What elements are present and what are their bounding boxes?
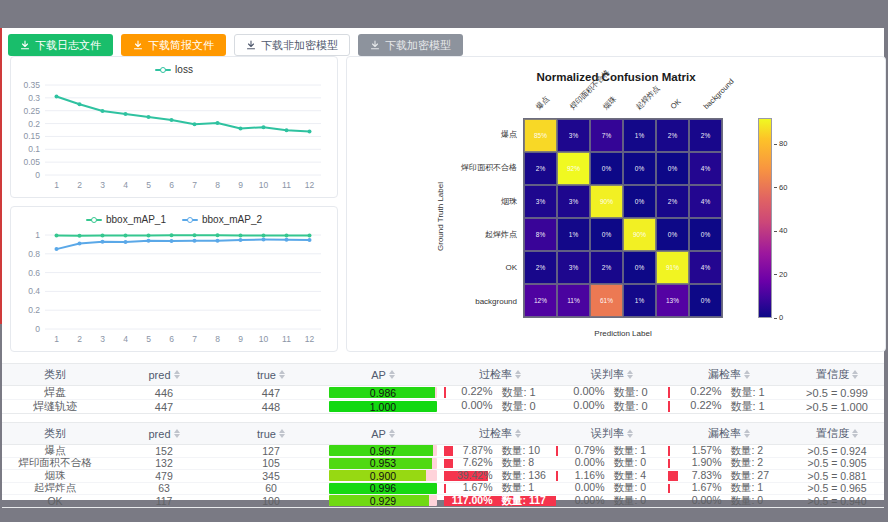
matrix-col-label: 起焊炸点 bbox=[634, 84, 662, 112]
column-header-误判率[interactable]: 误判率 bbox=[556, 364, 668, 385]
column-header-置信度[interactable]: 置信度 bbox=[790, 364, 884, 385]
confusion-matrix-cell: 12% bbox=[524, 284, 557, 317]
download-plain-model-button[interactable]: 下载非加密模型 bbox=[234, 34, 350, 56]
toolbar: 下载日志文件下载简报文件下载非加密模型下载加密模型 bbox=[8, 34, 463, 56]
confidence-cell: >0.5 = 0.905 bbox=[790, 458, 884, 470]
sort-icon[interactable] bbox=[389, 429, 395, 438]
column-header-label: AP bbox=[371, 428, 386, 440]
svg-text:6: 6 bbox=[169, 334, 174, 344]
sort-desc-icon bbox=[389, 375, 395, 379]
colorbar-tick: 20 bbox=[774, 270, 787, 279]
column-header-AP[interactable]: AP bbox=[322, 423, 444, 444]
svg-text:11: 11 bbox=[282, 334, 291, 344]
column-header-误判率[interactable]: 误判率 bbox=[556, 423, 668, 444]
rate-bar bbox=[668, 484, 670, 494]
sort-icon[interactable] bbox=[515, 429, 521, 438]
sort-icon[interactable] bbox=[852, 429, 858, 438]
column-header-pred[interactable]: pred bbox=[108, 423, 220, 444]
sort-icon[interactable] bbox=[174, 370, 180, 379]
matrix-row-label: 烟珠 bbox=[402, 185, 517, 218]
svg-text:12: 12 bbox=[305, 180, 315, 190]
download-encrypted-model-button[interactable]: 下载加密模型 bbox=[358, 34, 463, 56]
column-header-过检率[interactable]: 过检率 bbox=[444, 364, 556, 385]
sort-icon[interactable] bbox=[744, 370, 750, 379]
download-report-button[interactable]: 下载简报文件 bbox=[121, 34, 226, 56]
sort-asc-icon bbox=[852, 370, 858, 374]
rate-percent: 0.00% bbox=[556, 458, 605, 470]
table-row: OK1171000.929117.00%数量: 1170.00%数量: 00.0… bbox=[2, 495, 884, 507]
table-row: 焊缝轨迹4474481.0000.00%数量: 00.00%数量: 00.22%… bbox=[2, 400, 884, 413]
svg-text:0.3: 0.3 bbox=[28, 93, 40, 103]
misjudge-cell: 0.00%数量: 0 bbox=[556, 458, 668, 470]
column-header-漏检率[interactable]: 漏检率 bbox=[668, 423, 790, 444]
sort-desc-icon bbox=[744, 434, 750, 438]
sort-icon[interactable] bbox=[744, 429, 750, 438]
over-detection-cell: 39.42%数量: 136 bbox=[444, 470, 556, 482]
over-detection-cell: 117.00%数量: 117 bbox=[444, 495, 556, 507]
rate-percent: 1.67% bbox=[444, 483, 493, 495]
ap-cell: 0.996 bbox=[322, 483, 444, 495]
rate-count: 数量: 2 bbox=[731, 445, 787, 457]
pred-cell: 447 bbox=[108, 400, 220, 413]
rate-text: 0.00%数量: 0 bbox=[556, 458, 668, 470]
svg-text:9: 9 bbox=[238, 180, 243, 190]
column-header-AP[interactable]: AP bbox=[322, 364, 444, 385]
download-icon bbox=[20, 40, 30, 50]
class-name-cell: 焊印面积不合格 bbox=[2, 458, 108, 470]
legend-item-bbox_mAP_1[interactable]: bbox_mAP_1 bbox=[86, 214, 166, 225]
sort-asc-icon bbox=[744, 370, 750, 374]
sort-icon[interactable] bbox=[279, 429, 285, 438]
matrix-col-label: 烟珠 bbox=[601, 94, 619, 112]
confusion-matrix-cell: 2% bbox=[689, 119, 722, 152]
true-cell: 345 bbox=[220, 470, 322, 482]
column-header-true[interactable]: true bbox=[220, 423, 322, 444]
legend-item-loss[interactable]: loss bbox=[155, 64, 193, 75]
class-name-cell: 焊缝轨迹 bbox=[2, 400, 108, 413]
sort-desc-icon bbox=[627, 434, 633, 438]
sort-icon[interactable] bbox=[627, 429, 633, 438]
button-label: 下载简报文件 bbox=[148, 34, 214, 56]
content-area: 下载日志文件下载简报文件下载非加密模型下载加密模型 loss00.050.10.… bbox=[2, 28, 884, 500]
svg-text:7: 7 bbox=[192, 334, 197, 344]
metrics-table: 类别predtrueAP过检率误判率漏检率置信度爆点1521270.9677.8… bbox=[2, 422, 884, 508]
ap-bar: 0.996 bbox=[329, 483, 437, 494]
rate-count: 数量: 2 bbox=[731, 458, 787, 470]
column-header-label: 过检率 bbox=[479, 367, 512, 382]
sort-desc-icon bbox=[627, 375, 633, 379]
column-header-pred[interactable]: pred bbox=[108, 364, 220, 385]
svg-text:7: 7 bbox=[192, 180, 197, 190]
legend-label: bbox_mAP_2 bbox=[202, 214, 262, 225]
sort-icon[interactable] bbox=[279, 370, 285, 379]
sort-icon[interactable] bbox=[515, 370, 521, 379]
misjudge-cell: 0.00%数量: 0 bbox=[556, 483, 668, 495]
class-name-cell: 烟珠 bbox=[2, 470, 108, 482]
sort-icon[interactable] bbox=[389, 370, 395, 379]
missed-detection-cell: 0.22%数量: 1 bbox=[668, 386, 790, 399]
rate-count: 数量: 27 bbox=[731, 470, 787, 482]
colorbar-tick: 40 bbox=[774, 226, 787, 235]
column-header-过检率[interactable]: 过检率 bbox=[444, 423, 556, 444]
rate-percent: 0.79% bbox=[556, 445, 605, 457]
column-header-置信度[interactable]: 置信度 bbox=[790, 423, 884, 444]
ap-value: 0.900 bbox=[329, 470, 437, 481]
confusion-matrix-cell: 85% bbox=[524, 119, 557, 152]
pred-cell: 117 bbox=[108, 495, 220, 507]
sort-icon[interactable] bbox=[174, 429, 180, 438]
sort-icon[interactable] bbox=[852, 370, 858, 379]
table-row: 焊盘4464470.9860.22%数量: 10.00%数量: 00.22%数量… bbox=[2, 386, 884, 400]
ap-bar: 0.953 bbox=[329, 458, 437, 469]
confidence-cell: >0.5 = 0.940 bbox=[790, 495, 884, 507]
confusion-matrix-cell: 0% bbox=[590, 152, 623, 185]
legend-marker-icon bbox=[182, 219, 198, 221]
column-header-label: 置信度 bbox=[816, 426, 849, 441]
legend-item-bbox_mAP_2[interactable]: bbox_mAP_2 bbox=[182, 214, 262, 225]
confusion-matrix-cell: 3% bbox=[524, 185, 557, 218]
column-header-漏检率[interactable]: 漏检率 bbox=[668, 364, 790, 385]
sort-icon[interactable] bbox=[627, 370, 633, 379]
confusion-matrix-cell: 3% bbox=[557, 185, 590, 218]
column-header-true[interactable]: true bbox=[220, 364, 322, 385]
download-log-button[interactable]: 下载日志文件 bbox=[8, 34, 113, 56]
svg-text:0: 0 bbox=[35, 324, 40, 334]
rate-count: 数量: 8 bbox=[502, 458, 557, 470]
svg-text:5: 5 bbox=[146, 180, 151, 190]
